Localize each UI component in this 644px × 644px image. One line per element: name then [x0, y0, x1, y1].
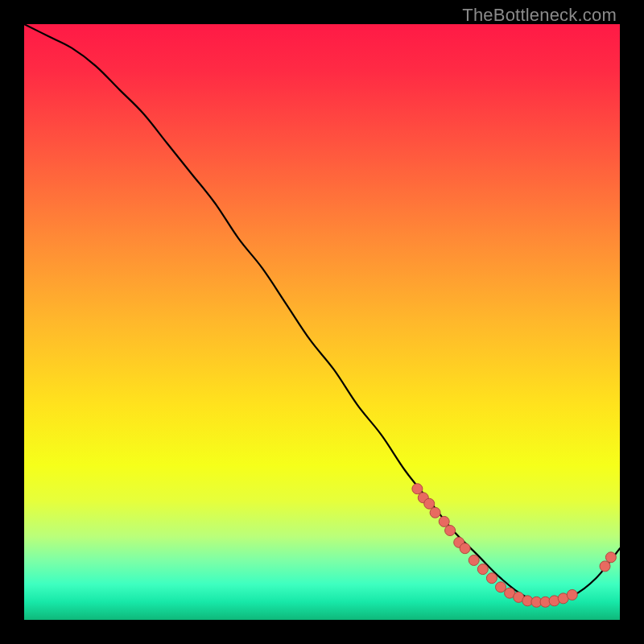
data-marker [496, 582, 506, 592]
plot-area [24, 24, 620, 620]
chart-svg [24, 24, 620, 620]
watermark-text: TheBottleneck.com [462, 5, 617, 26]
data-marker [430, 507, 440, 518]
data-marker [477, 564, 488, 575]
data-marker [567, 589, 577, 600]
chart-frame: TheBottleneck.com [0, 0, 644, 644]
data-marker [469, 555, 479, 566]
data-marker [486, 573, 497, 584]
data-marker [605, 552, 616, 563]
data-marker [412, 484, 423, 494]
data-marker [424, 498, 435, 509]
bottleneck-curve [24, 24, 620, 602]
data-marker [445, 526, 456, 536]
data-marker [460, 543, 470, 554]
data-marker [600, 561, 610, 572]
data-marker [439, 516, 449, 526]
